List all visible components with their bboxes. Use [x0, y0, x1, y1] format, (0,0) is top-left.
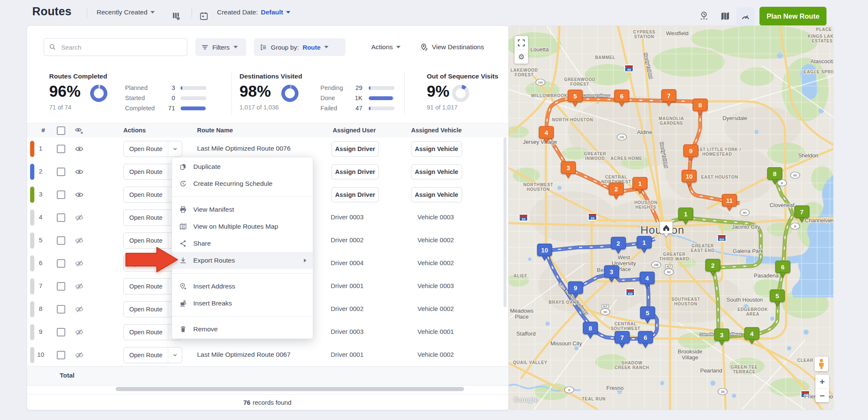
svg-text:7: 7	[620, 334, 624, 341]
menu-item-share[interactable]: Share	[172, 235, 313, 252]
column-header-assigned-user[interactable]: Assigned User	[333, 127, 376, 134]
open-route-dropdown[interactable]	[168, 347, 182, 363]
search-input[interactable]	[60, 43, 182, 51]
table-horizontal-scrollbar[interactable]	[27, 387, 508, 392]
route-color-pill	[30, 187, 34, 203]
svg-text:8: 8	[794, 224, 796, 228]
eye-off-icon[interactable]	[75, 259, 84, 268]
view-destinations-button[interactable]: View Destinations	[420, 38, 484, 56]
open-route-dropdown[interactable]	[168, 141, 182, 157]
route-name[interactable]: Last Mile Optimized Route 0067	[197, 351, 291, 358]
columns-settings-icon[interactable]	[170, 11, 181, 22]
plan-new-route-button[interactable]: Plan New Route	[760, 7, 826, 25]
row-number: 7	[35, 282, 47, 289]
table-vertical-scrollbar[interactable]	[504, 137, 506, 366]
row-checkbox[interactable]	[57, 236, 65, 245]
sort-dropdown[interactable]: Recently Created	[97, 8, 155, 16]
actions-dropdown[interactable]: Actions	[371, 38, 401, 56]
menu-item-insert-breaks[interactable]: Insert Breaks	[172, 295, 313, 312]
assign-vehicle-button[interactable]: Assign Vehicle	[411, 164, 462, 179]
column-header-num[interactable]: #	[37, 127, 49, 134]
assign-driver-button[interactable]: Assign Driver	[331, 164, 379, 179]
destination-pin-icon	[420, 43, 428, 51]
row-checkbox[interactable]	[57, 259, 65, 268]
map-label: BAMMEL	[595, 55, 615, 60]
eye-off-icon[interactable]	[75, 282, 84, 291]
stat-title-out-of-sequence: Out of Sequence Visits	[427, 73, 498, 80]
svg-text:1: 1	[638, 180, 642, 187]
row-checkbox[interactable]	[57, 213, 65, 222]
column-header-actions[interactable]: Actions	[123, 127, 146, 134]
row-checkbox[interactable]	[57, 328, 65, 336]
table-header: # Actions Route Name Assigned User Assig…	[27, 123, 508, 138]
svg-text:249: 249	[538, 81, 543, 84]
eye-off-icon[interactable]	[75, 305, 84, 314]
row-checkbox[interactable]	[57, 351, 65, 359]
map-label: CENTRALSOUTHWEST	[611, 322, 640, 331]
map-canvas[interactable]: 45101061061045909024924935688288ALT90ALT…	[509, 26, 833, 410]
row-number: 1	[35, 145, 47, 152]
menu-item-view-on-multiple-routes-map[interactable]: View on Multiple Routes Map	[172, 218, 313, 235]
eye-off-icon[interactable]	[75, 236, 84, 245]
header-divider	[87, 7, 87, 18]
legend-label: Done	[320, 95, 351, 101]
row-checkbox[interactable]	[57, 168, 65, 176]
menu-item-remove[interactable]: Remove	[172, 321, 313, 338]
assign-driver-button[interactable]: Assign Driver	[331, 187, 379, 202]
menu-item-export-routes[interactable]: Export Routes	[172, 252, 313, 269]
group-by-icon	[260, 44, 267, 51]
records-found: 76 records found	[27, 394, 508, 410]
filter-icon	[201, 44, 209, 51]
svg-text:7: 7	[800, 208, 804, 216]
eye-off-icon[interactable]	[75, 351, 84, 359]
assign-driver-button[interactable]: Assign Driver	[331, 141, 379, 157]
column-header-route-name[interactable]: Route Name	[197, 127, 233, 134]
eye-off-icon[interactable]	[75, 328, 84, 336]
recurring-schedule-icon	[179, 179, 187, 188]
donut-chart-out-of-sequence	[451, 84, 470, 103]
filters-button[interactable]: Filters	[195, 38, 246, 56]
pegman-control[interactable]	[815, 357, 828, 371]
map-label: NORTH HOUSTON	[552, 118, 593, 122]
zoom-in-button[interactable]: +	[815, 375, 829, 388]
menu-item-view-manifest[interactable]: View Manifest	[172, 201, 313, 218]
menu-item-insert-address[interactable]: Insert Address	[172, 278, 313, 295]
group-by-dropdown[interactable]: Group by: Route	[254, 38, 345, 56]
svg-text:4: 4	[545, 129, 548, 136]
visibility-column-icon[interactable]	[75, 126, 84, 135]
row-checkbox[interactable]	[57, 305, 65, 314]
map-panel[interactable]: 45101061061045909024924935688288ALT90ALT…	[508, 25, 834, 410]
trash-icon	[179, 325, 187, 333]
table-row: 10Open RouteLast Mile Optimized Route 00…	[27, 344, 508, 367]
map-view-icon[interactable]	[720, 11, 731, 22]
created-date-dropdown[interactable]: Created Date: Default	[217, 8, 290, 16]
assign-vehicle-button[interactable]: Assign Vehicle	[411, 141, 462, 157]
open-route-button[interactable]: Open Route	[123, 347, 182, 363]
location-history-icon[interactable]	[698, 11, 709, 22]
eye-icon[interactable]	[75, 168, 84, 176]
route-color-pill	[30, 255, 34, 272]
row-checkbox[interactable]	[57, 282, 65, 291]
legend-bar	[369, 106, 395, 110]
menu-item-duplicate[interactable]: Duplicate	[172, 158, 313, 175]
eye-icon[interactable]	[75, 145, 84, 153]
eye-off-icon[interactable]	[75, 213, 84, 222]
svg-text:2: 2	[711, 262, 715, 269]
stat-divider	[404, 72, 405, 116]
column-header-assigned-vehicle[interactable]: Assigned Vehicle	[411, 127, 462, 134]
zoom-out-button[interactable]: −	[815, 389, 829, 402]
open-route-button[interactable]: Open Route	[123, 141, 182, 157]
row-checkbox[interactable]	[57, 145, 65, 153]
select-all-checkbox[interactable]	[57, 126, 65, 135]
assign-vehicle-button[interactable]: Assign Vehicle	[411, 187, 462, 202]
assigned-driver: Driver 0004	[322, 259, 373, 266]
donut-chart-destinations-visited	[280, 84, 300, 103]
map-fullscreen-button[interactable]	[515, 36, 528, 50]
menu-item-create-recurring-schedule[interactable]: Create Recurring Schedule	[172, 175, 313, 192]
row-checkbox[interactable]	[57, 190, 65, 199]
map-settings-button[interactable]: ⚙	[515, 50, 528, 64]
dashboard-gauge-button[interactable]	[736, 7, 755, 26]
route-name[interactable]: Last Mile Optimized Route 0076	[197, 145, 291, 152]
svg-text:4: 4	[750, 330, 754, 337]
eye-icon[interactable]	[75, 190, 84, 199]
